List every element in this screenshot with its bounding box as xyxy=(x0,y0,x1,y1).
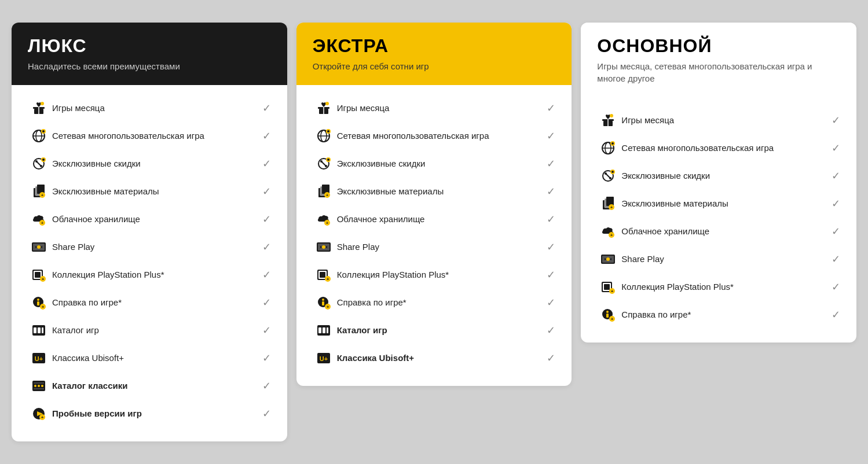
feature-row: + Облачное хранилище✓ xyxy=(313,205,556,233)
plan-card-extra: ЭКСТРАОткройте для себя сотни игр Игры м… xyxy=(296,23,572,386)
svg-point-24 xyxy=(37,245,41,249)
svg-point-94 xyxy=(610,114,613,117)
feature-row: Эксклюзивные скидки✓ xyxy=(597,162,840,190)
feature-checkmark: ✓ xyxy=(824,225,840,238)
feature-checkmark: ✓ xyxy=(824,114,840,127)
feature-label: Игры месяца xyxy=(335,102,540,114)
catalog-icon xyxy=(28,322,50,338)
feature-label: Каталог игр xyxy=(335,325,540,336)
feature-checkmark: ✓ xyxy=(824,281,840,293)
network-icon xyxy=(597,140,619,156)
feature-row: Share Play✓ xyxy=(597,245,840,273)
feature-row: Сетевая многопользовательская игра✓ xyxy=(313,122,556,150)
feature-checkmark: ✓ xyxy=(539,213,555,226)
svg-text:+: + xyxy=(326,221,328,225)
feature-checkmark: ✓ xyxy=(255,296,271,309)
feature-checkmark: ✓ xyxy=(824,308,840,321)
plan-card-basic: ОСНОВНОЙИгры месяца, сетевая многопользо… xyxy=(581,23,856,343)
svg-text:+: + xyxy=(41,415,44,420)
svg-rect-86 xyxy=(318,327,321,333)
svg-point-105 xyxy=(611,171,614,173)
svg-point-43 xyxy=(38,385,40,387)
svg-text:+: + xyxy=(611,289,614,294)
svg-point-12 xyxy=(40,165,42,167)
feature-row: + Пробные версии игр✓ xyxy=(28,400,271,428)
feature-label: Share Play xyxy=(619,253,824,265)
feature-checkmark: ✓ xyxy=(824,142,840,154)
feature-checkmark: ✓ xyxy=(824,253,840,266)
hint-icon: + xyxy=(28,294,50,311)
feature-row: U+ Классика Ubisoft+✓ xyxy=(28,344,271,372)
feature-checkmark: ✓ xyxy=(255,352,271,364)
feature-label: Каталог классики xyxy=(50,380,255,392)
svg-point-102 xyxy=(605,172,607,175)
feature-checkmark: ✓ xyxy=(539,130,555,142)
svg-point-115 xyxy=(606,257,610,261)
svg-rect-36 xyxy=(34,327,36,333)
plan-header-lux: ЛЮКСНасладитесь всеми преимуществами xyxy=(12,23,287,85)
shareplay-icon xyxy=(313,239,335,255)
feature-checkmark: ✓ xyxy=(255,268,271,281)
feature-checkmark: ✓ xyxy=(255,185,271,198)
feature-row: Каталог игр✓ xyxy=(28,316,271,344)
feature-row: + Коллекция PlayStation Plus*✓ xyxy=(28,261,271,289)
feature-label: Коллекция PlayStation Plus* xyxy=(335,269,540,281)
feature-checkmark: ✓ xyxy=(255,380,271,392)
feature-checkmark: ✓ xyxy=(255,130,271,142)
feature-label: Сетевая многопользовательская игра xyxy=(335,130,540,142)
svg-text:+: + xyxy=(326,304,329,310)
ubisoft-icon: U+ xyxy=(28,350,50,366)
feature-label: Игры месяца xyxy=(619,115,824,126)
catalog-icon xyxy=(313,322,335,338)
feature-label: Share Play xyxy=(335,241,540,253)
cloud-icon: + xyxy=(313,211,335,227)
shareplay-icon xyxy=(597,251,619,267)
svg-text:+: + xyxy=(326,277,329,282)
feature-label: Эксклюзивные материалы xyxy=(50,186,255,197)
feature-row: + Коллекция PlayStation Plus*✓ xyxy=(597,273,840,301)
feature-row: + Справка по игре*✓ xyxy=(597,301,840,329)
feature-label: Облачное хранилище xyxy=(335,213,540,225)
classics-icon xyxy=(28,378,50,394)
feature-label: Эксклюзивные скидки xyxy=(50,158,255,170)
psplus-icon: + xyxy=(597,279,619,295)
plan-subtitle-lux: Насладитесь всеми преимуществами xyxy=(28,60,271,72)
feature-checkmark: ✓ xyxy=(255,157,271,170)
feature-label: Эксклюзивные скидки xyxy=(619,170,824,182)
discount-icon xyxy=(597,168,619,184)
feature-row: U+ Классика Ubisoft+✓ xyxy=(313,344,556,372)
feature-row: Сетевая многопользовательская игра✓ xyxy=(597,134,840,162)
feature-checkmark: ✓ xyxy=(539,324,555,337)
feature-label: Облачное хранилище xyxy=(619,226,824,237)
ubisoft-icon: U+ xyxy=(313,350,335,366)
feature-checkmark: ✓ xyxy=(539,352,555,364)
svg-text:U+: U+ xyxy=(319,355,327,362)
hint-icon: + xyxy=(597,307,619,323)
svg-rect-27 xyxy=(35,272,41,278)
feature-row: + Справка по игре*✓ xyxy=(313,289,556,316)
plan-header-basic: ОСНОВНОЙИгры месяца, сетевая многопользо… xyxy=(581,23,856,97)
psplus-icon: + xyxy=(28,267,50,283)
materials-icon: + xyxy=(597,196,619,212)
plan-title-lux: ЛЮКС xyxy=(28,35,271,57)
feature-checkmark: ✓ xyxy=(255,102,271,115)
feature-label: Классика Ubisoft+ xyxy=(50,352,255,364)
feature-label: Классика Ubisoft+ xyxy=(335,352,540,364)
svg-text:U+: U+ xyxy=(35,355,43,362)
svg-point-42 xyxy=(34,385,36,387)
svg-point-61 xyxy=(320,160,323,163)
feature-label: Игры месяца xyxy=(50,102,255,114)
svg-point-44 xyxy=(41,385,43,387)
feature-row: Share Play✓ xyxy=(313,233,556,261)
svg-point-99 xyxy=(611,142,614,145)
cloud-icon: + xyxy=(597,223,619,240)
svg-point-62 xyxy=(325,165,327,167)
feature-row: + Эксклюзивные материалы✓ xyxy=(28,178,271,205)
svg-rect-82 xyxy=(322,301,324,305)
feature-row: Каталог классики✓ xyxy=(28,372,271,400)
trial-icon: + xyxy=(28,406,50,422)
feature-row: + Облачное хранилище✓ xyxy=(28,205,271,233)
svg-rect-32 xyxy=(37,301,39,305)
plan-title-basic: ОСНОВНОЙ xyxy=(597,35,840,57)
svg-point-8 xyxy=(42,130,45,132)
